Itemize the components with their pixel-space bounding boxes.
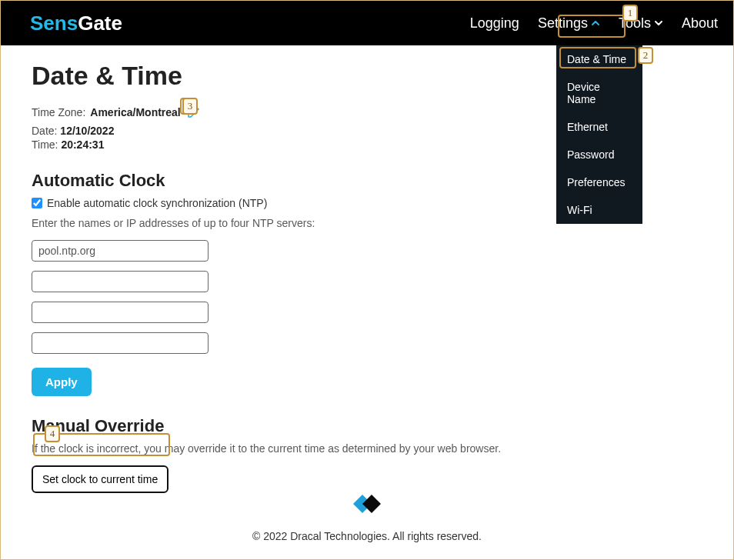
- annotation-marker-3: 3: [182, 98, 198, 115]
- brand-rest: Gate: [78, 12, 122, 35]
- nav-settings[interactable]: Settings: [538, 15, 600, 32]
- annotation-marker-2: 2: [638, 47, 653, 64]
- settings-dropdown: Date & Time Device Name Ethernet Passwor…: [556, 45, 642, 224]
- manual-override-heading: Manual Override: [32, 416, 702, 436]
- date-label: Date:: [32, 125, 57, 137]
- manual-override-hint: If the clock is incorrect, you may overr…: [32, 442, 702, 455]
- date-value: 12/10/2022: [60, 125, 114, 137]
- annotation-marker-1: 1: [622, 5, 638, 22]
- ntp-checkbox-label: Enable automatic clock synchronization (…: [47, 197, 267, 209]
- time-value: 20:24:31: [61, 138, 104, 151]
- nav-about[interactable]: About: [682, 15, 718, 32]
- footer: © 2022 Dracal Technologies. All rights r…: [1, 487, 733, 559]
- nav-logging[interactable]: Logging: [470, 15, 519, 32]
- ntp-server-1[interactable]: [32, 240, 209, 262]
- ntp-server-2[interactable]: [32, 271, 209, 292]
- dropdown-wifi[interactable]: Wi-Fi: [556, 196, 642, 224]
- dropdown-password[interactable]: Password: [556, 141, 642, 168]
- nav-links: Logging Settings Tools About: [470, 15, 718, 32]
- dropdown-device-name[interactable]: Device Name: [556, 73, 642, 113]
- timezone-value: America/Montreal: [90, 106, 180, 118]
- dropdown-ethernet[interactable]: Ethernet: [556, 113, 642, 141]
- dropdown-date-time[interactable]: Date & Time: [556, 45, 642, 73]
- dropdown-preferences[interactable]: Preferences: [556, 168, 642, 196]
- brand-accent: Sens: [30, 12, 78, 35]
- ntp-server-3[interactable]: [32, 302, 209, 323]
- ntp-checkbox[interactable]: [32, 198, 42, 208]
- time-label: Time:: [32, 138, 58, 151]
- apply-button[interactable]: Apply: [32, 368, 92, 396]
- annotation-marker-4: 4: [45, 425, 60, 442]
- chevron-up-icon: [591, 18, 600, 28]
- footer-text: © 2022 Dracal Technologies. All rights r…: [1, 530, 733, 542]
- footer-logo-icon: [1, 487, 733, 521]
- timezone-label: Time Zone:: [32, 106, 85, 118]
- chevron-down-icon: [654, 18, 663, 28]
- ntp-server-4[interactable]: [32, 332, 209, 354]
- brand-logo[interactable]: SensGate: [30, 12, 122, 35]
